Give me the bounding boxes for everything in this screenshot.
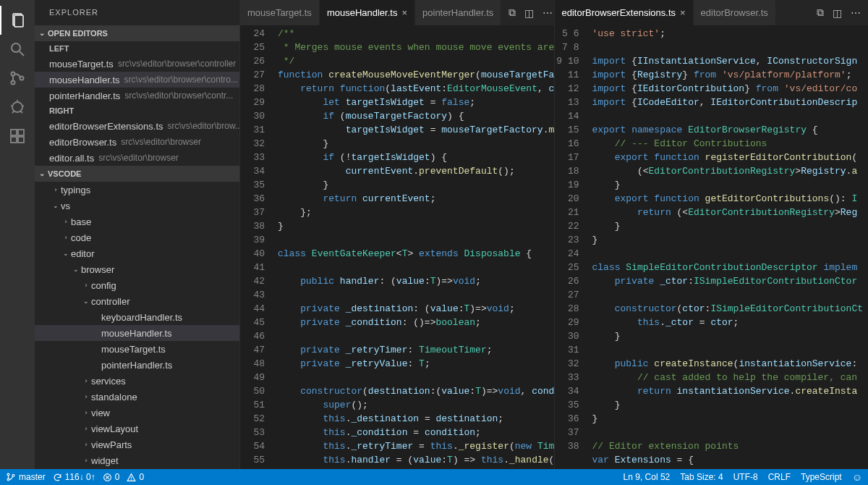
code-editor[interactable]: 24 25 26 27 28 29 30 31 32 33 34 35 36 3… [240,25,554,469]
status-cursor-position[interactable]: Ln 9, Col 52 [624,472,671,482]
editor-area: mouseTarget.tsmouseHandler.ts×pointerHan… [239,0,868,469]
svg-rect-14 [11,137,17,143]
activity-extensions-icon[interactable] [0,122,35,151]
status-language[interactable]: TypeScript [801,472,842,482]
editor-tab[interactable]: editorBrowser.ts [694,0,776,25]
tree-item[interactable]: ›services [35,373,239,389]
split-editor-icon[interactable]: ◫ [833,7,842,19]
svg-point-5 [12,81,15,85]
tree-item[interactable]: ›view [35,405,239,421]
svg-rect-16 [18,130,24,135]
open-editor-item[interactable]: mouseTarget.tssrc\vs\editor\browser\cont… [35,56,239,72]
activity-bar [0,0,35,469]
activity-explorer-icon[interactable] [0,6,35,35]
close-icon[interactable]: × [401,7,407,18]
tree-item[interactable]: pointerHandler.ts [35,357,239,373]
status-bar: master 116↓ 0↑ 0 0 Ln 9, Col 52 Tab Size… [0,469,868,485]
tree-item[interactable]: ›typings [35,182,239,198]
activity-debug-icon[interactable] [0,93,35,122]
editor-group-left: mouseTarget.tsmouseHandler.ts×pointerHan… [239,0,554,469]
svg-point-2 [12,43,20,52]
group-left-label: LEFT [35,41,239,56]
group-right-label: RIGHT [35,104,239,118]
tree-item[interactable]: mouseHandler.ts [35,325,239,341]
editor-tab[interactable]: editorBrowserExtensions.ts× [555,0,694,25]
feedback-icon[interactable]: ☺ [852,471,862,483]
tree-item[interactable]: ⌄editor [35,245,239,261]
sidebar-title: EXPLORER [35,0,239,25]
tree-item[interactable]: ›config [35,277,239,293]
tree-item[interactable]: ›standalone [35,389,239,405]
copy-icon[interactable]: ⧉ [509,7,516,19]
activity-scm-icon[interactable] [0,64,35,93]
chevron-down-icon: ⌄ [36,25,48,41]
status-errors[interactable]: 0 [103,472,120,482]
svg-line-3 [20,51,24,56]
svg-point-4 [12,72,15,76]
open-editor-item[interactable]: mouseHandler.tssrc\vs\editor\browser\con… [35,72,239,88]
section-vscode[interactable]: ⌄ VSCODE [35,166,239,182]
open-editor-item[interactable]: editorBrowser.tssrc\vs\editor\browser [35,134,239,150]
tree-item[interactable]: ›code [35,229,239,245]
svg-line-10 [22,106,24,106]
code-editor[interactable]: 5 6 7 8 9 10 11 12 13 14 15 16 17 18 19 … [555,25,869,469]
open-editor-item[interactable]: editor.all.tssrc\vs\editor\browser [35,150,239,166]
line-gutter: 24 25 26 27 28 29 30 31 32 33 34 35 36 3… [240,25,278,469]
status-eol[interactable]: CRLF [768,472,791,482]
tree-item[interactable]: ⌄vs [35,198,239,214]
tree-item[interactable]: ›widget [35,452,239,468]
tree-item[interactable]: ⌄browser [35,261,239,277]
open-editor-item[interactable]: editorBrowserExtensions.tssrc\vs\editor\… [35,118,239,134]
status-sync[interactable]: 116↓ 0↑ [53,472,95,482]
status-warnings[interactable]: 0 [127,472,144,482]
more-icon[interactable]: ⋯ [851,7,861,19]
close-icon[interactable]: × [680,7,686,18]
tree-item[interactable]: ⌄controller [35,293,239,309]
editor-tab[interactable]: pointerHandler.ts [415,0,501,25]
copy-icon[interactable]: ⧉ [817,7,824,19]
svg-point-24 [132,479,132,480]
svg-line-11 [12,111,14,113]
explorer-sidebar: EXPLORER ⌄ OPEN EDITORS LEFT mouseTarget… [35,0,239,469]
chevron-down-icon: ⌄ [36,166,48,182]
open-editor-item[interactable]: pointerHandler.tssrc\vs\editor\browser\c… [35,88,239,104]
section-open-editors[interactable]: ⌄ OPEN EDITORS [35,25,239,41]
svg-point-17 [7,473,9,476]
status-encoding[interactable]: UTF-8 [733,472,758,482]
editor-tab[interactable]: mouseHandler.ts× [320,0,415,25]
tree-item[interactable]: ›viewLayout [35,421,239,436]
activity-search-icon[interactable] [0,35,35,64]
svg-point-18 [7,478,9,481]
split-editor-icon[interactable]: ◫ [524,7,534,19]
status-tab-size[interactable]: Tab Size: 4 [680,472,723,482]
tree-item[interactable]: keyboardHandler.ts [35,309,239,325]
svg-rect-15 [18,137,24,143]
svg-line-12 [20,111,22,113]
tree-item[interactable]: ›base [35,214,239,229]
tab-row: editorBrowserExtensions.ts×editorBrowser… [555,0,869,25]
more-icon[interactable]: ⋯ [542,7,553,19]
status-branch[interactable]: master [6,472,46,482]
editor-tab[interactable]: mouseTarget.ts [240,0,320,25]
editor-group-right: editorBrowserExtensions.ts×editorBrowser… [554,0,869,469]
tree-item[interactable]: ›viewParts [35,436,239,452]
svg-line-9 [11,106,13,106]
line-gutter: 5 6 7 8 9 10 11 12 13 14 15 16 17 18 19 … [555,25,592,469]
svg-rect-1 [14,15,23,27]
tab-row: mouseTarget.tsmouseHandler.ts×pointerHan… [240,0,554,25]
tree-item[interactable]: mouseTarget.ts [35,341,239,357]
svg-rect-13 [11,130,17,135]
svg-point-19 [12,474,14,476]
